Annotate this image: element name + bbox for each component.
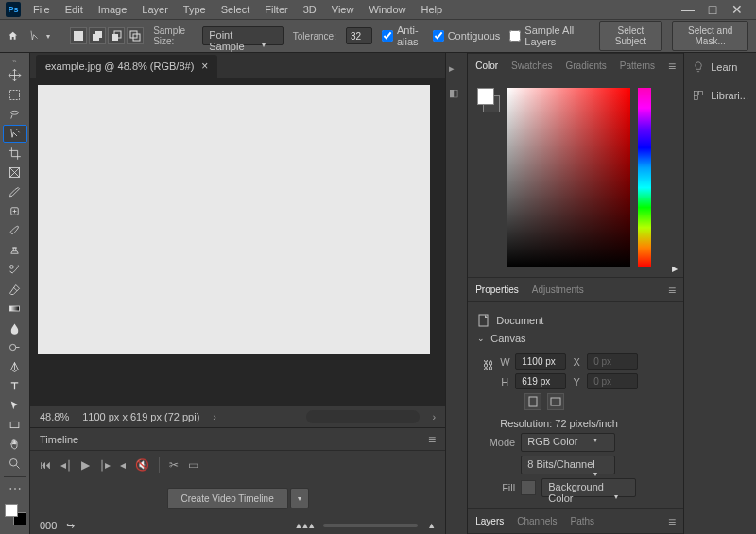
layers-menu-icon[interactable]: ≡: [668, 514, 676, 529]
new-selection-icon[interactable]: [70, 27, 87, 44]
tab-swatches[interactable]: Swatches: [511, 60, 552, 71]
menu-layer[interactable]: Layer: [135, 2, 175, 17]
tab-properties[interactable]: Properties: [475, 284, 519, 295]
link-dimensions-icon[interactable]: ⛓: [483, 350, 494, 372]
anti-alias-checkbox[interactable]: Anti-alias: [382, 25, 423, 47]
properties-menu-icon[interactable]: ≡: [668, 283, 676, 298]
transition-icon[interactable]: ▭: [188, 458, 198, 472]
menu-type[interactable]: Type: [177, 2, 213, 17]
type-tool[interactable]: [3, 377, 27, 396]
foreground-background-colors[interactable]: [4, 503, 26, 526]
intersect-selection-icon[interactable]: [127, 27, 144, 44]
menu-filter[interactable]: Filter: [258, 2, 294, 17]
tab-paths[interactable]: Paths: [570, 516, 594, 526]
sample-all-checkbox[interactable]: Sample All Layers: [509, 25, 579, 47]
mini-foreground-swatch[interactable]: [477, 88, 494, 105]
menu-file[interactable]: File: [26, 2, 57, 17]
mini-fgbg-swatches[interactable]: [477, 88, 500, 267]
saturation-brightness-picker[interactable]: [507, 88, 630, 267]
crop-tool[interactable]: [3, 144, 27, 163]
tab-gradients[interactable]: Gradients: [565, 60, 606, 71]
edit-toolbar-icon[interactable]: ⋯: [3, 480, 27, 499]
scroll-right-icon[interactable]: ›: [433, 411, 437, 422]
sample-size-select[interactable]: Point Sample ▾: [202, 26, 284, 45]
landscape-orientation-icon[interactable]: [547, 393, 564, 410]
y-input[interactable]: [587, 373, 638, 389]
next-frame-icon[interactable]: ∣▸: [99, 458, 111, 472]
audio-icon[interactable]: 🔇: [135, 458, 149, 472]
menu-3d[interactable]: 3D: [297, 2, 323, 17]
foreground-color-swatch[interactable]: [5, 504, 18, 517]
zoom-tool[interactable]: [3, 455, 27, 474]
horizontal-scrollbar[interactable]: [306, 410, 420, 423]
menu-help[interactable]: Help: [415, 2, 450, 17]
canvas-section-toggle[interactable]: ⌄ Canvas: [477, 333, 674, 344]
gradient-tool[interactable]: [3, 300, 27, 319]
hand-tool[interactable]: [3, 436, 27, 455]
close-tab-icon[interactable]: ×: [201, 60, 208, 73]
learn-panel-button[interactable]: Learn: [684, 53, 756, 81]
brush-tool[interactable]: [3, 222, 27, 241]
status-more-icon[interactable]: ›: [213, 411, 216, 422]
clone-stamp-tool[interactable]: [3, 241, 27, 260]
contiguous-checkbox[interactable]: Contiguous: [433, 30, 501, 42]
portrait-orientation-icon[interactable]: [524, 393, 541, 410]
menu-image[interactable]: Image: [92, 2, 134, 17]
blur-tool[interactable]: [3, 319, 27, 337]
color-mode-select[interactable]: RGB Color▾: [521, 433, 615, 452]
x-input[interactable]: [587, 353, 638, 370]
first-frame-icon[interactable]: ⏮: [40, 458, 51, 472]
create-video-timeline-button[interactable]: Create Video Timeline: [167, 488, 288, 509]
libraries-panel-button[interactable]: Librari...: [684, 81, 756, 110]
timeline-menu-icon[interactable]: ≡: [428, 432, 436, 447]
hue-slider[interactable]: [638, 88, 651, 267]
split-icon[interactable]: ✂: [169, 458, 179, 472]
marquee-tool[interactable]: [3, 86, 27, 105]
close-button[interactable]: ✕: [731, 4, 743, 15]
tab-adjustments[interactable]: Adjustments: [532, 284, 584, 295]
lasso-tool[interactable]: [3, 105, 27, 124]
canvas-viewport[interactable]: [30, 78, 445, 406]
timeline-zoom-slider[interactable]: [323, 524, 418, 527]
width-input[interactable]: [515, 353, 566, 370]
rectangle-tool[interactable]: [3, 416, 27, 435]
menu-window[interactable]: Window: [362, 2, 412, 17]
zoom-out-slider-icon[interactable]: ▲▲▲: [295, 521, 315, 530]
tolerance-input[interactable]: [346, 27, 372, 44]
tab-patterns[interactable]: Patterns: [620, 60, 655, 71]
eyedropper-tool[interactable]: [3, 183, 27, 202]
tab-channels[interactable]: Channels: [517, 516, 557, 526]
last-frame-icon[interactable]: ◂: [120, 458, 126, 472]
prev-frame-icon[interactable]: ◂∣: [60, 458, 72, 472]
healing-brush-tool[interactable]: [3, 202, 27, 221]
tab-color[interactable]: Color: [475, 60, 498, 71]
canvas[interactable]: [38, 85, 430, 354]
tab-layers[interactable]: Layers: [475, 516, 504, 526]
convert-frames-icon[interactable]: ↪: [66, 520, 75, 532]
bit-depth-select[interactable]: 8 Bits/Channel▾: [521, 456, 615, 474]
play-icon[interactable]: ▶: [81, 458, 90, 472]
height-input[interactable]: [515, 373, 566, 389]
subtract-selection-icon[interactable]: [108, 27, 125, 44]
minimize-button[interactable]: —: [682, 4, 694, 15]
add-selection-icon[interactable]: [89, 27, 106, 44]
zoom-in-slider-icon[interactable]: ▲: [427, 521, 436, 530]
panel-toggle-1-icon[interactable]: ▸: [449, 62, 464, 78]
menu-edit[interactable]: Edit: [59, 2, 90, 17]
color-panel-menu-icon[interactable]: ≡: [668, 59, 676, 74]
magic-wand-tool[interactable]: [3, 125, 27, 144]
menu-select[interactable]: Select: [215, 2, 257, 17]
history-brush-tool[interactable]: [3, 261, 27, 280]
toolbar-collapse-icon[interactable]: «: [0, 57, 29, 65]
home-icon[interactable]: [8, 28, 18, 43]
panel-toggle-2-icon[interactable]: ◧: [449, 87, 464, 102]
eraser-tool[interactable]: [3, 280, 27, 299]
move-tool[interactable]: [3, 66, 27, 85]
document-tab[interactable]: example.jpg @ 48.8% (RGB/8#) ×: [36, 55, 217, 78]
pen-tool[interactable]: [3, 357, 27, 376]
timeline-type-dropdown[interactable]: ▾: [290, 488, 309, 508]
frame-tool[interactable]: [3, 164, 27, 182]
fill-color-swatch[interactable]: [521, 480, 536, 495]
tool-preset-picker[interactable]: ▾: [27, 28, 50, 43]
dodge-tool[interactable]: [3, 338, 27, 357]
